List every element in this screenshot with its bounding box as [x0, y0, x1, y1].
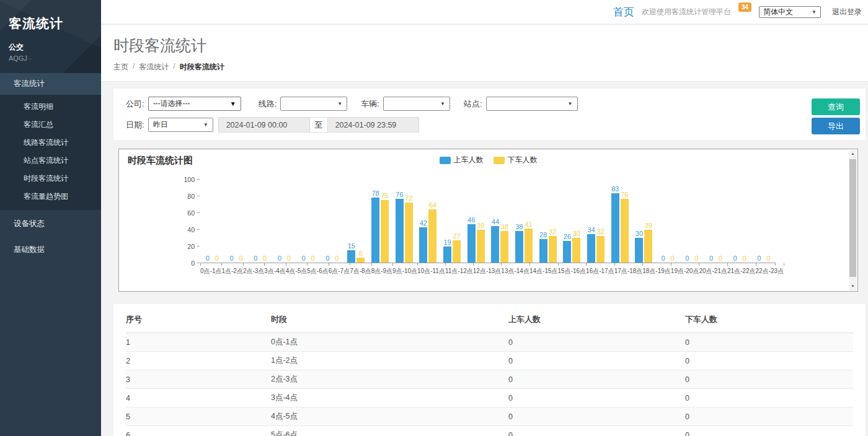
- table-header-cell: 上车人数: [508, 308, 685, 333]
- breadcrumb: 主页/客流统计/时段客流统计: [113, 62, 868, 72]
- table-cell: 4点-5点: [271, 408, 508, 426]
- sidebar-subitem[interactable]: 客流明细: [0, 98, 101, 116]
- scroll-up-icon[interactable]: ▲: [849, 150, 857, 158]
- legend-item[interactable]: 下车人数: [494, 155, 538, 165]
- search-button[interactable]: 查询: [812, 98, 860, 115]
- chart-category-group: 2832: [536, 180, 560, 263]
- bar-group: 83: [611, 185, 619, 263]
- chart-scrollbar[interactable]: ▲ ▼: [849, 150, 857, 290]
- date-preset-select[interactable]: 昨日▼: [148, 118, 213, 132]
- vehicle-select[interactable]: ▼: [383, 97, 450, 111]
- table-row: 32点-3点00: [126, 370, 853, 389]
- chart-category-group: 00: [200, 180, 224, 263]
- date-end-input[interactable]: 2024-01-09 23:59: [327, 117, 419, 133]
- y-axis-label: 60: [187, 209, 195, 217]
- bar-value-label: 27: [453, 232, 460, 240]
- sidebar-subitem[interactable]: 站点客流统计: [0, 152, 101, 170]
- export-button[interactable]: 导出: [812, 118, 860, 134]
- page-title: 时段客流统计: [113, 35, 868, 56]
- chevron-down-icon: ▼: [440, 101, 445, 107]
- chart-category-group: 00: [728, 180, 752, 263]
- line-select[interactable]: ▼: [280, 97, 347, 111]
- bar-value-label: 0: [719, 255, 722, 263]
- bar-group: 38: [515, 223, 523, 263]
- legend-swatch: [440, 157, 451, 164]
- x-axis-cell: 17点-18点: [614, 264, 643, 274]
- bar: [491, 226, 499, 263]
- app-title: 客流统计: [9, 15, 92, 32]
- bar-group: 41: [525, 220, 533, 263]
- chart-category-group: 7875: [368, 180, 392, 263]
- bar: [396, 199, 404, 263]
- table-header-cell: 时段: [271, 308, 508, 333]
- table-cell: 0点-1点: [271, 333, 508, 352]
- x-axis-cell: 15点-16点: [558, 264, 587, 274]
- bar-group: 44: [491, 218, 499, 263]
- bar-value-label: 32: [549, 228, 556, 236]
- chevron-down-icon: ▾: [29, 56, 32, 62]
- table-cell: 5点-6点: [271, 426, 508, 436]
- x-axis-tick: [784, 263, 784, 266]
- table-cell: 3: [126, 370, 271, 389]
- table-row: 54点-5点00: [126, 408, 853, 426]
- sidebar-item-base-data[interactable]: 基础数据: [0, 238, 101, 262]
- bar-group: 0: [203, 255, 211, 263]
- sidebar-subitem[interactable]: 客流汇总: [0, 116, 101, 134]
- app-logo: 客流统计 公交 AQGJ ▾: [0, 0, 101, 73]
- x-axis-tick: [671, 263, 671, 266]
- bar-group: 42: [419, 219, 427, 263]
- x-axis-cell: 21点-22点: [727, 264, 756, 274]
- chart-category-group: 3841: [512, 180, 536, 263]
- x-axis-label: 2点-3点: [243, 267, 264, 276]
- x-axis-label: 7点-8点: [350, 267, 371, 276]
- sidebar-subitem[interactable]: 时段客流统计: [0, 170, 101, 188]
- company-select[interactable]: ---请选择---▼: [148, 97, 241, 111]
- bar-value-label: 38: [501, 223, 508, 231]
- scroll-down-icon[interactable]: ▼: [849, 282, 857, 290]
- bar-value-label: 0: [685, 255, 689, 263]
- bar-value-label: 0: [733, 255, 737, 263]
- sidebar-subitem[interactable]: 客流量趋势图: [0, 188, 101, 206]
- bar-value-label: 0: [326, 255, 329, 263]
- x-axis-cell: 0点-1点: [200, 264, 221, 274]
- bar-group: 15: [347, 242, 355, 263]
- language-select[interactable]: 简体中文▼: [759, 6, 821, 18]
- date-label: 日期:: [126, 120, 144, 131]
- bar-group: 0: [731, 255, 739, 263]
- x-axis-cell: 14点-15点: [529, 264, 558, 274]
- x-axis-label: 13点-14点: [501, 267, 529, 276]
- station-select[interactable]: ▼: [486, 97, 578, 111]
- scroll-thumb[interactable]: [849, 159, 856, 277]
- y-axis-tick: [197, 196, 200, 196]
- x-axis-tick: [699, 263, 699, 266]
- x-axis-cell: 19点-20点: [671, 264, 699, 274]
- x-axis-cell: 9点-10点: [392, 264, 417, 274]
- company-label: 公司:: [126, 98, 144, 110]
- table-cell: 0: [685, 352, 853, 370]
- sidebar-item-device-status[interactable]: 设备状态: [0, 212, 101, 236]
- breadcrumb-item[interactable]: 客流统计: [139, 62, 169, 72]
- bar-group: 0: [299, 255, 308, 263]
- bar-group: 27: [453, 232, 461, 263]
- table-cell: 0: [685, 370, 853, 389]
- x-axis-tick: [558, 263, 559, 266]
- x-axis-label: 19点-20点: [671, 267, 699, 276]
- breadcrumb-item[interactable]: 主页: [113, 62, 128, 72]
- x-axis-cell: 13点-14点: [501, 264, 529, 274]
- x-axis-cell: 16点-17点: [586, 264, 614, 274]
- bar-group: 32: [596, 228, 604, 263]
- sidebar-item-passenger-stats[interactable]: 客流统计: [0, 73, 101, 95]
- home-link[interactable]: 首页: [613, 5, 634, 19]
- breadcrumb-item[interactable]: 时段客流统计: [180, 62, 224, 72]
- bar-group: 0: [324, 255, 332, 263]
- chart-category-group: 00: [248, 180, 272, 263]
- x-axis-label: 12点-13点: [473, 267, 502, 276]
- chart-category-group: 2630: [560, 180, 584, 263]
- sidebar-subitem[interactable]: 线路客流统计: [0, 134, 101, 152]
- bar-group: 0: [764, 255, 773, 263]
- legend-item[interactable]: 上车人数: [440, 155, 484, 165]
- date-start-input[interactable]: 2024-01-09 00:00: [218, 117, 310, 133]
- table-cell: 0: [508, 408, 685, 426]
- org-selector[interactable]: AQGJ ▾: [9, 54, 92, 62]
- logout-link[interactable]: 退出登录: [832, 7, 862, 17]
